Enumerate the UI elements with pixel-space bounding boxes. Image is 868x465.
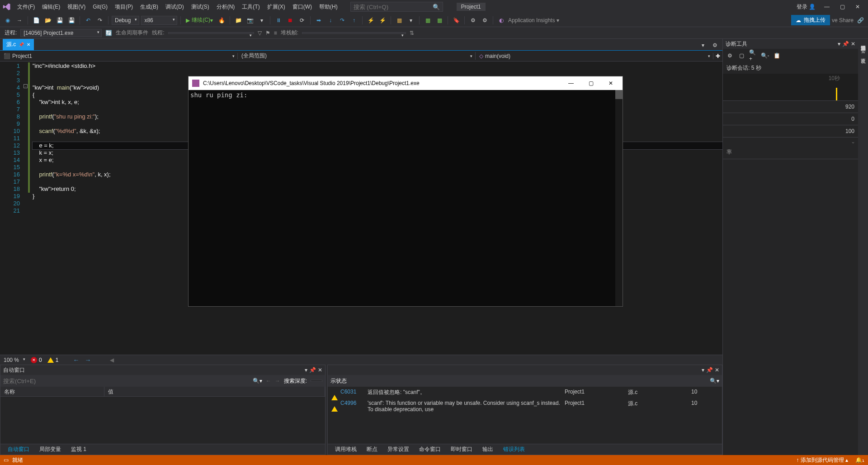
errtab-2[interactable]: 异常设置 [383,444,414,455]
saveall-icon[interactable]: 💾 [66,15,76,25]
diag-select-icon[interactable]: ▢ [737,52,745,60]
menu-文件(F)[interactable]: 文件(F) [14,0,38,14]
errlist-status-col[interactable]: 示状态 [330,377,347,385]
insights-icon[interactable]: ◐ [496,15,506,25]
error-count[interactable]: ✕0 [31,357,42,363]
config-dropdown[interactable]: Debug [112,16,139,25]
tb-icon-6[interactable]: ▾ [406,15,416,25]
pane-close-icon[interactable]: ✕ [851,41,855,47]
new-icon[interactable]: 📄 [31,15,41,25]
save-icon[interactable]: 💾 [55,15,65,25]
login-button[interactable]: 登录 👤 [793,3,819,11]
tb-icon-10[interactable]: ⚙ [480,15,490,25]
diag-metric-2[interactable]: 0 [723,113,858,125]
pane-close-icon[interactable]: ✕ [715,367,719,373]
menu-编辑(E)[interactable]: 编辑(E) [38,0,64,14]
share-icon[interactable]: 🔗 [855,15,865,25]
scope-function[interactable]: ◇main(void) [476,53,713,59]
depth-dropdown[interactable] [311,380,322,382]
menu-调试(D)[interactable]: 调试(D) [162,0,188,14]
autos-search[interactable] [3,378,249,384]
tb-icon-8[interactable]: ▦ [434,15,444,25]
diag-zoomout-icon[interactable]: 🔍- [761,52,769,60]
menu-窗口(W)[interactable]: 窗口(W) [289,0,316,14]
pane-pin-icon[interactable]: 📌 [706,367,713,373]
nav-fwd-icon[interactable]: → [14,15,24,25]
search-drop-icon[interactable]: 🔍▾ [253,378,262,384]
continue-button[interactable]: 继续(C) ▾ [184,16,215,24]
pane-dropdown-icon[interactable]: ▾ [702,367,704,373]
tb-icon-7[interactable]: ▦ [423,15,433,25]
tb-icon-3[interactable]: ⚡ [366,15,376,25]
upload-tag[interactable]: ☁拖拽上传 [791,15,830,25]
quick-search[interactable]: 🔍 [350,2,443,12]
menu-帮助(H)[interactable]: 帮助(H) [316,0,341,14]
pane-dropdown-icon[interactable]: ▾ [838,41,840,47]
tb-icon-5[interactable]: ▦ [394,15,404,25]
redo-icon[interactable]: ↷ [95,15,105,25]
liveshare-label[interactable]: ve Share [832,17,854,24]
diag-metric-3[interactable]: 100 [723,125,858,138]
menu-视图(V)[interactable]: 视图(V) [64,0,89,14]
process-dropdown[interactable]: [14056] Project1.exe [20,29,102,37]
code-line-1[interactable]: "inc">#include <stdio.h> [33,62,722,70]
tab-locals[interactable]: 局部变量 [35,444,66,455]
errtab-5[interactable]: 输出 [478,444,498,455]
pane-close-icon[interactable]: ✕ [318,367,322,373]
pane-pin-icon[interactable]: 📌 [842,41,849,47]
depth-fwd-icon[interactable]: → [275,378,280,384]
menu-生成(B)[interactable]: 生成(B) [137,0,162,14]
restart-icon[interactable]: ⟳ [297,15,307,25]
close-button[interactable]: ✕ [850,0,865,13]
warning-count[interactable]: 1 [47,357,59,363]
diag-reset-icon[interactable]: 📋 [773,52,781,60]
menu-分析(N)[interactable]: 分析(N) [213,0,239,14]
tb2-icon[interactable]: ⇅ [410,30,414,36]
step-next-icon[interactable]: ➡ [314,15,324,25]
menu-扩展(X)[interactable]: 扩展(X) [264,0,289,14]
pane-dropdown-icon[interactable]: ▾ [305,367,307,373]
undo-icon[interactable]: ↶ [83,15,93,25]
nav-back-icon[interactable]: ◉ [3,15,13,25]
hot-reload-icon[interactable]: 🔥 [217,15,226,25]
step-over-icon[interactable]: ↷ [337,15,347,25]
tabs-dropdown-icon[interactable]: ▾ [698,40,708,50]
close-tab-icon[interactable]: ✕ [27,42,30,47]
step-out-icon[interactable]: ↑ [349,15,359,25]
console-scrollbar[interactable] [615,90,623,306]
col-name[interactable]: 名称 [0,387,104,396]
status-bell-icon[interactable]: 🔔₁ [855,457,864,463]
error-row[interactable]: C6031返回值被忽略: "scanf"。Project1源.c10 [328,387,722,398]
platform-dropdown[interactable]: x86 [141,16,177,25]
file-tab-active[interactable]: 源.c 📌 ✕ [3,39,34,50]
stop-icon[interactable]: ⏹ [285,15,295,25]
nav-next-icon[interactable]: → [85,356,91,364]
bookmark-icon[interactable]: 🔖 [451,15,461,25]
diag-settings-icon[interactable]: ⚙ [726,52,734,60]
open-icon[interactable]: 📂 [43,15,53,25]
scope-global[interactable]: (全局范围) [238,52,476,60]
console-titlebar[interactable]: C:\Users\Lenovo\Desktop\VSCode_tasks\Vis… [189,76,623,90]
depth-back-icon[interactable]: ← [266,378,271,384]
errlist-search-icon[interactable]: 🔍▾ [710,378,719,384]
errtab-1[interactable]: 断点 [362,444,382,455]
console-minimize[interactable]: — [563,78,579,89]
errtab-0[interactable]: 调用堆栈 [330,444,361,455]
col-value[interactable]: 值 [104,387,325,396]
tb-icon-4[interactable]: ⚡ [377,15,387,25]
stackframe-dropdown[interactable] [302,32,406,34]
tab-autos[interactable]: 自动窗口 [3,444,34,455]
nav-prev-icon[interactable]: ← [73,356,79,364]
pane-pin-icon[interactable]: 📌 [309,367,316,373]
tab-watch[interactable]: 监视 1 [66,444,91,455]
screenshot-icon[interactable]: 📷 [245,15,255,25]
insights-label[interactable]: Application Insights [508,17,555,24]
error-row[interactable]: C4996'scanf': This function or variable … [328,398,722,414]
tabs-settings-icon[interactable]: ⚙ [710,40,720,50]
stack-icon[interactable]: ≡ [274,30,277,36]
scope-add-icon[interactable]: ✚ [713,53,722,59]
diag-scroll-icon[interactable]: ⌄ [851,138,855,145]
tb-icon-1[interactable]: 📁 [233,15,243,25]
minimize-button[interactable]: — [819,0,835,13]
console-close[interactable]: ✕ [603,78,619,89]
